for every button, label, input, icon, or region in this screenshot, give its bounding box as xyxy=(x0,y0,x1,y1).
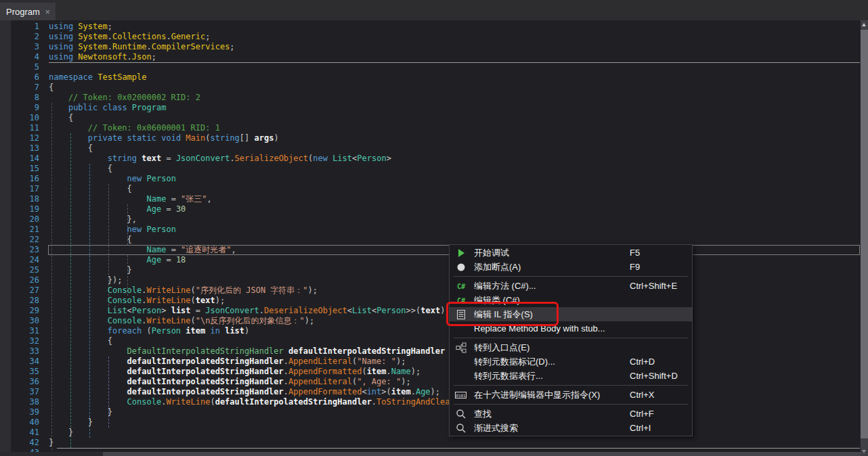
code-line[interactable]: 7{ xyxy=(0,83,861,93)
tab-close-icon[interactable]: × xyxy=(43,7,51,16)
code-line[interactable]: 16 new Person xyxy=(0,174,861,184)
menu-item[interactable]: 添加断点(A)F9 xyxy=(450,260,692,274)
line-number: 23 xyxy=(0,245,39,255)
line-number: 26 xyxy=(0,275,39,286)
vertical-scrollbar[interactable] xyxy=(861,20,868,456)
code-line[interactable]: 40 } xyxy=(0,417,861,428)
code-editor[interactable]: 1using System;2using System.Collections.… xyxy=(0,20,868,456)
menu-item[interactable]: 转到元数据标记(D)...Ctrl+D xyxy=(450,355,692,369)
code-line[interactable]: 19 Age = 30 xyxy=(0,204,861,214)
code-line[interactable]: 33 DefaultInterpolatedStringHandler defa… xyxy=(0,346,861,357)
code-text: foreach (Person item in list) xyxy=(49,326,249,336)
code-line[interactable]: 14 string text = JsonConvert.SerializeOb… xyxy=(0,154,861,164)
code-line[interactable]: 10 { xyxy=(0,113,861,123)
line-number: 16 xyxy=(0,174,39,184)
line-number: 41 xyxy=(0,428,39,438)
menu-separator xyxy=(454,404,688,405)
menu-item-label: 转到元数据表行... xyxy=(473,370,630,382)
horizontal-scrollbar[interactable] xyxy=(0,452,861,456)
scroll-down-icon[interactable] xyxy=(862,450,866,453)
code-line[interactable]: 17 { xyxy=(0,184,861,194)
code-text: }); xyxy=(49,275,122,286)
code-text: } xyxy=(49,438,53,448)
menu-item-label: Replace Method Body with stub... xyxy=(473,323,630,334)
menu-item[interactable]: 开始调试F5 xyxy=(450,246,692,260)
menu-item-label: 编辑 IL 指令(S) xyxy=(473,309,630,321)
horizontal-scrollbar-thumb[interactable] xyxy=(103,452,861,456)
code-line[interactable]: 22 { xyxy=(0,235,861,245)
code-line[interactable]: 18 Name = "张三", xyxy=(0,194,861,204)
code-line[interactable]: 38 Console.WriteLine(defaultInterpolated… xyxy=(0,397,861,407)
menu-separator xyxy=(454,276,688,277)
menu-item-label: 开始调试 xyxy=(473,247,630,259)
scroll-up-icon[interactable] xyxy=(862,23,866,26)
code-line[interactable]: 4using Newtonsoft.Json; xyxy=(0,52,861,62)
code-line[interactable]: 5 xyxy=(0,62,861,72)
svg-text:0101: 0101 xyxy=(456,392,466,397)
code-line[interactable]: 37 defaultInterpolatedStringHandler.Appe… xyxy=(0,387,861,397)
code-line[interactable]: 13 { xyxy=(0,143,861,154)
code-line[interactable]: 32 { xyxy=(0,336,861,346)
line-number: 27 xyxy=(0,286,39,296)
code-line[interactable]: 1using System; xyxy=(0,22,861,32)
code-line[interactable]: 15 { xyxy=(0,164,861,174)
code-line[interactable]: 26 }); xyxy=(0,275,861,286)
line-number: 19 xyxy=(0,204,39,214)
play-icon xyxy=(450,248,473,258)
code-line[interactable]: 31 foreach (Person item in list) xyxy=(0,326,861,336)
code-line[interactable]: 42} xyxy=(0,438,861,448)
menu-item[interactable]: 转到元数据表行...Ctrl+Shift+D xyxy=(450,369,692,383)
code-text: { xyxy=(49,235,132,245)
line-number: 38 xyxy=(0,397,39,407)
menu-item[interactable]: 渐进式搜索Ctrl+I xyxy=(450,421,692,435)
search-icon xyxy=(450,409,473,419)
code-text: { xyxy=(49,143,93,154)
menu-item-label: 转到元数据标记(D)... xyxy=(473,356,630,368)
menu-item-shortcut: Ctrl+Shift+E xyxy=(630,281,692,291)
menu-item[interactable]: 0101在十六进制编辑器中显示指令(X)Ctrl+X xyxy=(450,388,692,402)
code-text: defaultInterpolatedStringHandler.AppendL… xyxy=(49,377,411,387)
code-line[interactable]: 11 // Token: 0x06000001 RID: 1 xyxy=(0,123,861,133)
code-line[interactable]: 30 Console.WriteLine("\n反序列化后的对象信息："); xyxy=(0,316,861,326)
code-line[interactable]: 21 new Person xyxy=(0,225,861,235)
code-line[interactable]: 35 defaultInterpolatedStringHandler.Appe… xyxy=(0,367,861,377)
line-number: 5 xyxy=(0,62,39,72)
code-line[interactable]: 6namespace TestSample xyxy=(0,72,861,83)
line-number: 32 xyxy=(0,336,39,346)
code-line[interactable]: 2using System.Collections.Generic; xyxy=(0,32,861,42)
code-line[interactable]: 9 public class Program xyxy=(0,103,861,113)
code-line[interactable]: 28 Console.WriteLine(text); xyxy=(0,296,861,306)
code-line[interactable]: 39 } xyxy=(0,407,861,417)
code-line[interactable]: 29 List<Person> list = JsonConvert.Deser… xyxy=(0,306,861,316)
code-line[interactable]: 8 // Token: 0x02000002 RID: 2 xyxy=(0,93,861,103)
line-number: 3 xyxy=(0,42,39,52)
vertical-scrollbar-thumb[interactable] xyxy=(861,30,868,438)
code-line[interactable]: 36 defaultInterpolatedStringHandler.Appe… xyxy=(0,377,861,387)
code-text: // Token: 0x02000002 RID: 2 xyxy=(49,93,200,103)
code-line[interactable]: 41 } xyxy=(0,428,861,438)
line-number: 35 xyxy=(0,367,39,377)
menu-item[interactable]: C#编辑类 (C#)... xyxy=(450,293,692,307)
code-line[interactable]: 20 }, xyxy=(0,214,861,225)
code-line[interactable]: 3using System.Runtime.CompilerServices; xyxy=(0,42,861,52)
menu-item[interactable]: C#编辑方法 (C#)...Ctrl+Shift+E xyxy=(450,279,692,293)
menu-item[interactable]: 编辑 IL 指令(S) xyxy=(450,307,692,321)
code-line[interactable]: 34 defaultInterpolatedStringHandler.Appe… xyxy=(0,357,861,367)
menu-item-shortcut: Ctrl+X xyxy=(630,390,692,400)
line-number: 29 xyxy=(0,306,39,316)
code-line[interactable]: 24 Age = 18 xyxy=(0,255,861,265)
menu-item[interactable]: 查找Ctrl+F xyxy=(450,407,692,421)
code-text: } xyxy=(49,428,73,438)
code-line[interactable]: 12 private static void Main(string[] arg… xyxy=(0,133,861,143)
code-text: DefaultInterpolatedStringHandler default… xyxy=(49,346,460,357)
code-text: defaultInterpolatedStringHandler.AppendL… xyxy=(49,357,406,367)
code-lines: 1using System;2using System.Collections.… xyxy=(0,22,861,456)
line-number: 7 xyxy=(0,83,39,93)
code-text: { xyxy=(49,113,73,123)
menu-item-label: 查找 xyxy=(473,408,630,420)
code-line[interactable]: 25 } xyxy=(0,265,861,275)
menu-item[interactable]: Replace Method Body with stub... xyxy=(450,321,692,336)
code-line[interactable]: 27 Console.WriteLine("序列化后的 JSON 字符串："); xyxy=(0,286,861,296)
menu-item[interactable]: 转到入口点(E) xyxy=(450,340,692,355)
tab-program[interactable]: Program × xyxy=(0,3,56,20)
